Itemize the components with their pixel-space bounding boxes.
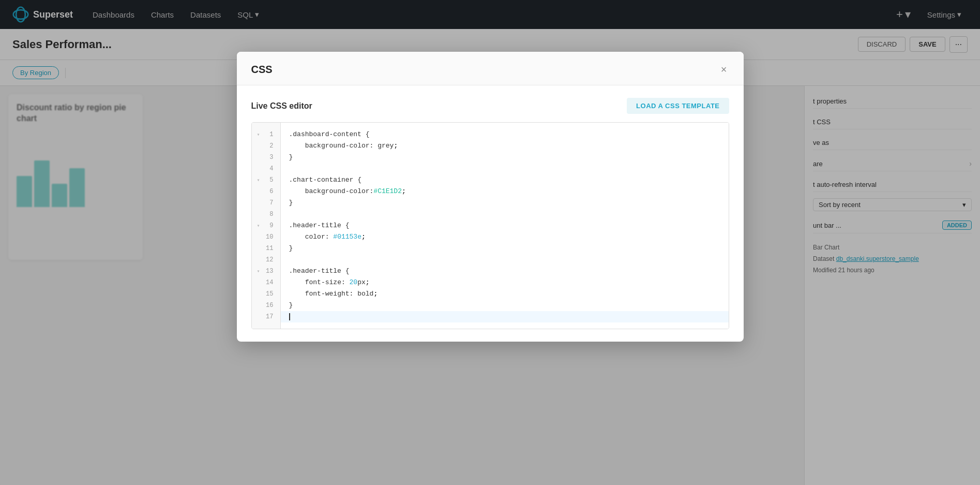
code-line-6: background-color:#C1E1D2; [281,186,729,197]
gutter-line-2: 2 [252,140,280,152]
gutter-line-12: 12 [252,254,280,266]
code-line-7: } [281,197,729,209]
gutter-line-17: 17 [252,311,280,322]
code-line-15: font-weight: bold; [281,288,729,300]
modal-overlay[interactable]: CSS × Live CSS editor LOAD A CSS TEMPLAT… [0,0,980,485]
code-line-2: background-color: grey; [281,140,729,152]
gutter-line-8: 8 [252,209,280,220]
fold-arrow-5: ▾ [256,177,261,183]
gutter-line-5: ▾ 5 [252,174,280,186]
gutter-line-14: 14 [252,277,280,288]
editor-cursor [289,313,290,320]
gutter-line-4: 4 [252,163,280,174]
gutter-line-3: 3 [252,152,280,163]
code-line-14: font-size: 20px; [281,277,729,288]
code-line-12 [281,254,729,266]
gutter-line-1: ▾ 1 [252,129,280,140]
code-line-11: } [281,243,729,254]
code-line-17 [281,311,729,322]
gutter-line-11: 11 [252,243,280,254]
code-line-1: .dashboard-content { [281,129,729,140]
css-modal: CSS × Live CSS editor LOAD A CSS TEMPLAT… [237,52,744,342]
code-line-16: } [281,300,729,311]
gutter-line-15: 15 [252,288,280,300]
code-line-8 [281,209,729,220]
editor-title: Live CSS editor [251,101,312,111]
load-template-button[interactable]: LOAD A CSS TEMPLATE [627,98,729,114]
gutter-line-6: 6 [252,186,280,197]
fold-arrow-1: ▾ [256,131,261,138]
code-line-10: color: #01153e; [281,231,729,243]
code-line-4 [281,163,729,174]
code-line-9: .header-title { [281,220,729,231]
modal-header: CSS × [237,52,744,85]
gutter-line-10: 10 [252,231,280,243]
code-line-5: .chart-container { [281,174,729,186]
fold-arrow-9: ▾ [256,223,261,229]
modal-close-button[interactable]: × [719,62,729,77]
modal-title: CSS [251,64,273,76]
editor-header: Live CSS editor LOAD A CSS TEMPLATE [251,98,729,114]
editor-gutter: ▾ 1 2 3 4 ▾ [252,123,281,329]
gutter-line-16: 16 [252,300,280,311]
gutter-line-7: 7 [252,197,280,209]
editor-content[interactable]: .dashboard-content { background-color: g… [281,123,729,329]
gutter-line-9: ▾ 9 [252,220,280,231]
code-line-3: } [281,152,729,163]
gutter-line-13: ▾ 13 [252,266,280,277]
fold-arrow-13: ▾ [256,268,261,274]
modal-body: Live CSS editor LOAD A CSS TEMPLATE ▾ 1 … [237,85,744,342]
code-line-13: .header-title { [281,266,729,277]
code-editor[interactable]: ▾ 1 2 3 4 ▾ [251,122,729,329]
